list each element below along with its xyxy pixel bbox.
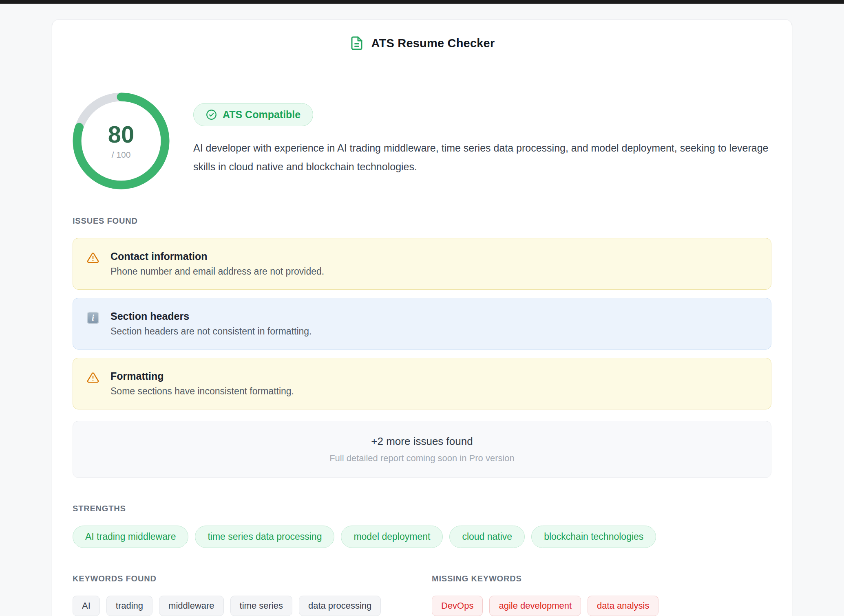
missing-keyword-pill: DevOps bbox=[432, 596, 483, 616]
page-title: ATS Resume Checker bbox=[371, 37, 495, 50]
keyword-found-pill: trading bbox=[106, 596, 152, 616]
missing-keywords-heading: MISSING KEYWORDS bbox=[432, 574, 771, 583]
issue-description: Section headers are not consistent in fo… bbox=[110, 326, 312, 337]
missing-keywords-column: MISSING KEYWORDS DevOps agile developmen… bbox=[432, 574, 771, 616]
check-circle-icon bbox=[206, 109, 217, 120]
score-summary-block: ATS Compatible AI developer with experie… bbox=[193, 92, 770, 189]
score-center: 80 / 100 bbox=[73, 92, 170, 189]
badge-label: ATS Compatible bbox=[223, 109, 300, 121]
issue-title: Contact information bbox=[110, 251, 324, 262]
strength-pill: model deployment bbox=[341, 526, 443, 548]
strengths-section: STRENGTHS AI trading middleware time ser… bbox=[73, 504, 771, 548]
ats-checker-card: ATS Resume Checker 80 / 100 bbox=[52, 19, 792, 616]
keywords-found-column: KEYWORDS FOUND AI trading middleware tim… bbox=[73, 574, 412, 616]
missing-keyword-pill: agile development bbox=[489, 596, 581, 616]
strength-pill: AI trading middleware bbox=[73, 526, 188, 548]
missing-keywords-list: DevOps agile development data analysis bbox=[432, 596, 771, 616]
issue-text: Formatting Some sections have inconsiste… bbox=[110, 370, 294, 397]
issue-description: Some sections have inconsistent formatti… bbox=[110, 386, 294, 397]
issues-list: Contact information Phone number and ema… bbox=[73, 238, 771, 409]
card-body: 80 / 100 ATS Compatible AI developer wit… bbox=[52, 67, 792, 616]
issues-heading: ISSUES FOUND bbox=[73, 216, 771, 226]
keywords-found-heading: KEYWORDS FOUND bbox=[73, 574, 412, 583]
warning-triangle-icon bbox=[87, 372, 99, 384]
warning-triangle-icon bbox=[87, 252, 99, 264]
keyword-found-pill: data processing bbox=[299, 596, 381, 616]
window-top-bar bbox=[0, 0, 844, 4]
strengths-list: AI trading middleware time series data p… bbox=[73, 526, 771, 548]
issue-description: Phone number and email address are not p… bbox=[110, 266, 324, 277]
more-issues-title: +2 more issues found bbox=[87, 435, 757, 448]
keyword-found-pill: middleware bbox=[159, 596, 224, 616]
issue-card: Formatting Some sections have inconsiste… bbox=[73, 358, 771, 409]
issue-title: Formatting bbox=[110, 370, 294, 382]
more-issues-subtitle: Full detailed report coming soon in Pro … bbox=[87, 453, 757, 464]
issue-card: Section headers Section headers are not … bbox=[73, 298, 771, 350]
info-icon bbox=[87, 312, 99, 324]
issue-title: Section headers bbox=[110, 310, 312, 322]
keyword-found-pill: time series bbox=[230, 596, 292, 616]
issue-text: Section headers Section headers are not … bbox=[110, 310, 312, 337]
ats-compatible-badge: ATS Compatible bbox=[193, 103, 313, 126]
issue-text: Contact information Phone number and ema… bbox=[110, 251, 324, 277]
document-icon bbox=[349, 36, 364, 51]
keywords-section: KEYWORDS FOUND AI trading middleware tim… bbox=[73, 574, 771, 616]
missing-keyword-pill: data analysis bbox=[588, 596, 658, 616]
more-issues-card: +2 more issues found Full detailed repor… bbox=[73, 421, 771, 478]
strength-pill: cloud native bbox=[449, 526, 525, 548]
strength-pill: blockchain technologies bbox=[531, 526, 656, 548]
keywords-found-list: AI trading middleware time series data p… bbox=[73, 596, 412, 616]
score-denominator: / 100 bbox=[112, 150, 131, 160]
card-header: ATS Resume Checker bbox=[52, 20, 792, 67]
issue-card: Contact information Phone number and ema… bbox=[73, 238, 771, 290]
score-value: 80 bbox=[108, 123, 135, 146]
strengths-heading: STRENGTHS bbox=[73, 504, 771, 513]
strength-pill: time series data processing bbox=[195, 526, 334, 548]
keyword-found-pill: AI bbox=[73, 596, 100, 616]
score-section: 80 / 100 ATS Compatible AI developer wit… bbox=[73, 92, 771, 189]
score-donut-chart: 80 / 100 bbox=[73, 92, 170, 189]
summary-text: AI developer with experience in AI tradi… bbox=[193, 139, 770, 176]
